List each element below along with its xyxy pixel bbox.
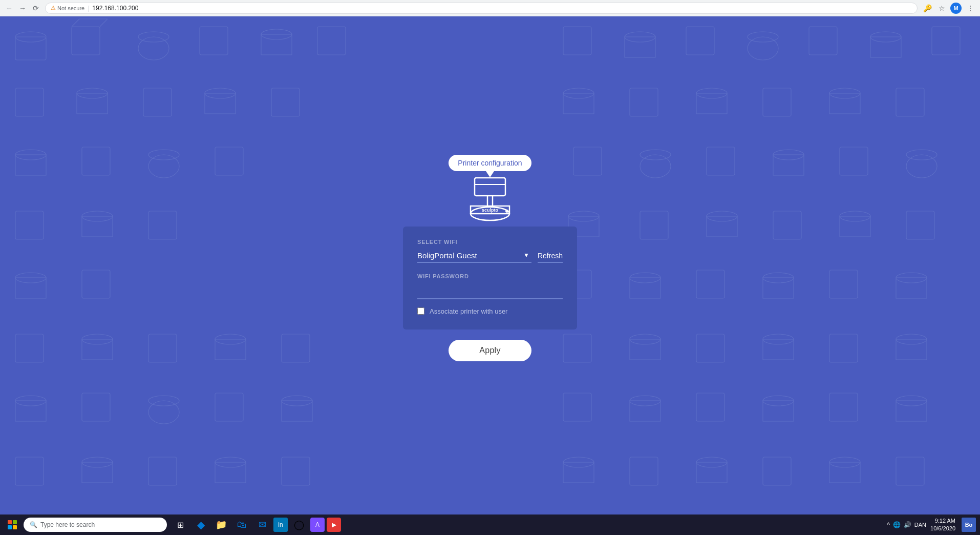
svg-rect-65 (906, 211, 934, 239)
speech-bubble: Printer configuration (449, 155, 531, 171)
svg-rect-61 (707, 216, 737, 237)
svg-rect-126 (896, 457, 924, 485)
svg-rect-127 (475, 178, 505, 196)
svg-rect-67 (15, 278, 46, 298)
refresh-button[interactable]: Refresh (538, 250, 563, 263)
svg-rect-34 (763, 88, 791, 116)
svg-rect-24 (77, 93, 108, 114)
svg-rect-47 (707, 147, 735, 175)
windows-logo (8, 520, 17, 529)
network-icon[interactable]: 🌐 (893, 521, 901, 528)
svg-rect-2 (72, 27, 100, 55)
mail-icon[interactable]: ✉ (253, 516, 271, 534)
back-button[interactable]: ← (4, 3, 14, 13)
task-view-button[interactable]: ⊞ (171, 516, 189, 534)
svg-rect-123 (763, 457, 791, 485)
svg-rect-31 (630, 88, 658, 116)
taskbar-search[interactable]: 🔍 Type here to search (24, 518, 167, 532)
menu-icon[interactable]: ⋮ (965, 3, 976, 14)
svg-rect-107 (763, 401, 794, 421)
start-button[interactable] (4, 517, 20, 533)
store-icon[interactable]: 🛍 (232, 516, 251, 534)
svg-rect-12 (563, 27, 591, 55)
wifi-select-row: BoligPortal Guest BoligPortal Other... ▼… (417, 249, 563, 263)
apply-button[interactable]: Apply (449, 340, 531, 361)
associate-row: Associate printer with user (417, 307, 563, 315)
svg-rect-110 (896, 401, 927, 421)
svg-rect-33 (696, 93, 727, 114)
taskbar-corner-button[interactable]: Bo (962, 518, 976, 532)
app-icon-1[interactable]: A (310, 518, 325, 532)
svg-rect-96 (82, 393, 110, 421)
key-icon[interactable]: 🔑 (922, 3, 933, 14)
page-background: .iso { fill: none; stroke: #7b8ed4; stro… (0, 16, 980, 515)
user-name: DAN (914, 522, 926, 528)
svg-rect-40 (82, 147, 110, 175)
svg-rect-39 (15, 155, 46, 175)
svg-rect-80 (82, 339, 113, 360)
wifi-password-input[interactable] (417, 285, 563, 299)
apply-button-container: Apply (449, 340, 531, 361)
svg-rect-71 (630, 278, 661, 298)
svg-rect-78 (15, 334, 44, 362)
svg-rect-77 (896, 278, 927, 298)
config-card: SELECT WIFI BoligPortal Guest BoligPorta… (403, 227, 577, 330)
svg-rect-18 (809, 27, 837, 55)
profile-button[interactable]: M (950, 3, 962, 14)
chevron-up-icon[interactable]: ^ (887, 521, 890, 528)
svg-rect-36 (829, 93, 860, 114)
svg-rect-90 (763, 339, 794, 360)
svg-rect-21 (932, 27, 960, 55)
printer-graphic: Printer configuration sculpto (449, 170, 531, 227)
forward-button[interactable]: → (17, 3, 28, 13)
svg-rect-56 (148, 211, 177, 239)
svg-rect-87 (630, 339, 661, 360)
svg-rect-101 (282, 401, 312, 421)
svg-rect-111 (15, 457, 44, 485)
svg-line-3 (72, 19, 79, 27)
svg-rect-62 (773, 211, 801, 239)
svg-rect-83 (215, 339, 246, 360)
svg-rect-20 (870, 37, 901, 57)
security-indicator: ⚠ Not secure (51, 5, 84, 11)
printer-svg: sculpto (459, 175, 521, 227)
svg-rect-122 (696, 462, 727, 483)
chrome-icon[interactable]: ◯ (290, 516, 308, 534)
svg-rect-15 (686, 27, 714, 55)
linkedin-icon[interactable]: in (273, 518, 288, 532)
svg-rect-10 (261, 34, 292, 55)
explorer-icon[interactable]: 📁 (212, 516, 230, 534)
win-tile-4 (13, 525, 17, 529)
clock[interactable]: 9:12 AM 10/6/2020 (930, 517, 955, 533)
svg-text:sculpto: sculpto (482, 208, 499, 213)
svg-rect-117 (282, 457, 310, 485)
wifi-select[interactable]: BoligPortal Guest BoligPortal Other... (417, 249, 531, 263)
edge-browser-icon[interactable]: ◆ (191, 516, 210, 534)
win-tile-3 (8, 525, 12, 529)
select-wifi-label: SELECT WIFI (417, 239, 563, 245)
address-bar[interactable]: ⚠ Not secure | 192.168.100.200 (45, 3, 918, 14)
svg-line-4 (100, 19, 108, 27)
associate-label: Associate printer with user (430, 307, 507, 315)
svg-rect-50 (840, 147, 868, 175)
url-display: 192.168.100.200 (92, 5, 138, 12)
svg-rect-119 (563, 462, 594, 483)
svg-rect-8 (200, 27, 228, 55)
search-placeholder-text: Type here to search (40, 521, 95, 528)
taskbar-right: ^ 🌐 🔊 DAN 9:12 AM 10/6/2020 Bo (887, 517, 976, 533)
svg-rect-120 (630, 457, 658, 485)
app-icon-2[interactable]: ▶ (327, 518, 341, 532)
svg-rect-44 (573, 147, 602, 175)
associate-checkbox[interactable] (417, 307, 424, 315)
browser-actions: 🔑 ☆ M ⋮ (922, 3, 976, 14)
svg-rect-108 (829, 393, 858, 421)
svg-rect-28 (271, 88, 300, 116)
bookmark-icon[interactable]: ☆ (936, 3, 947, 14)
svg-rect-116 (215, 462, 246, 483)
svg-rect-55 (82, 216, 113, 237)
svg-rect-68 (82, 270, 110, 298)
svg-rect-74 (763, 278, 794, 298)
reload-button[interactable]: ⟳ (31, 3, 41, 13)
volume-icon[interactable]: 🔊 (904, 521, 911, 528)
svg-rect-37 (896, 88, 924, 116)
